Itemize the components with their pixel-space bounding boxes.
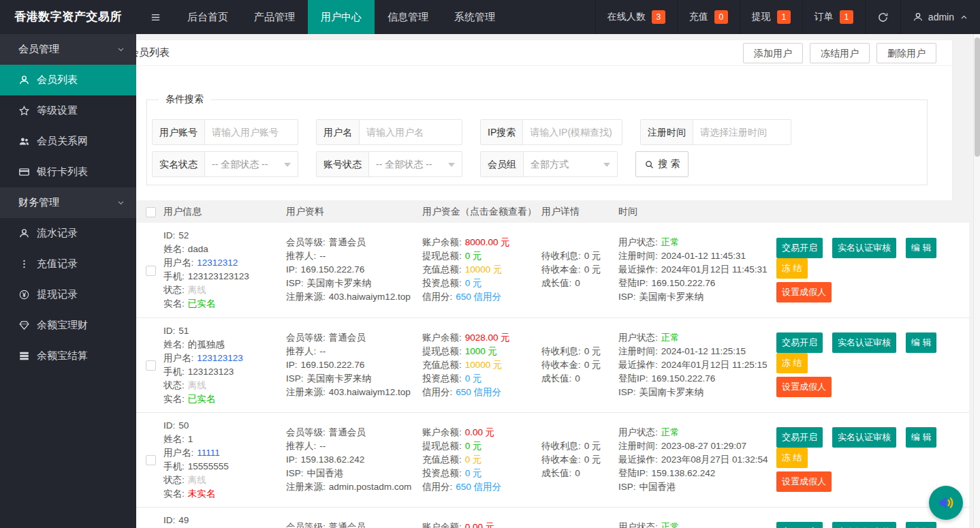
withdraw-amount[interactable]: 1000 元 <box>465 346 497 356</box>
regtime-input[interactable] <box>693 120 791 144</box>
recharge-amount[interactable]: 10000 元 <box>465 360 503 370</box>
cell-user-profile: 会员等级:普通会员 推荐人:-- IP:169.150.222.76 ISP:美… <box>286 317 422 412</box>
username-link[interactable]: 11111 <box>197 448 220 458</box>
lbl-level: 会员等级: <box>286 427 326 437</box>
trade-toggle-button[interactable]: 交易开启 <box>776 332 823 353</box>
sidebar-group-member-mgmt[interactable]: 会员管理 <box>0 34 136 65</box>
invest-amount[interactable]: 0 元 <box>465 373 482 384</box>
edit-button[interactable]: 编 辑 <box>906 427 937 448</box>
lbl-id: ID: <box>163 230 175 240</box>
balance-amount[interactable]: 0.00 元 <box>465 522 495 528</box>
realname-audit-button[interactable]: 实名认证审核 <box>832 522 896 528</box>
realname-audit-button[interactable]: 实名认证审核 <box>832 238 896 258</box>
account-status-select[interactable]: 账号状态 -- 全部状态 -- <box>316 151 462 177</box>
nav-item-info[interactable]: 信息管理 <box>375 0 441 34</box>
set-fake-user-button[interactable]: 设置成假人 <box>776 377 832 397</box>
edit-button[interactable]: 编 辑 <box>906 332 937 353</box>
stacked-bars-icon <box>18 350 30 362</box>
sidebar-item-bank-cards[interactable]: 银行卡列表 <box>0 157 136 187</box>
scrollbar-thumb[interactable] <box>975 37 980 157</box>
lbl-growth: 成长值: <box>541 373 571 384</box>
collapse-sidebar-button[interactable] <box>136 0 174 34</box>
trade-toggle-button[interactable]: 交易开启 <box>776 522 823 528</box>
order-stat[interactable]: 订单 1 <box>802 0 865 34</box>
username-link[interactable]: 123123123 <box>197 353 243 363</box>
add-user-button[interactable]: 添加用户 <box>743 43 803 63</box>
nav-item-system[interactable]: 系统管理 <box>441 0 508 34</box>
recharge-stat[interactable]: 充值 0 <box>677 0 740 34</box>
freeze-button[interactable]: 冻 结 <box>776 448 808 468</box>
balance-amount[interactable]: 0.00 元 <box>465 427 495 437</box>
val-level: 普通会员 <box>329 237 366 247</box>
lbl-login-isp: ISP: <box>618 292 636 302</box>
username-link[interactable]: 12312312 <box>197 258 238 268</box>
val-reg-time: 2024-01-12 11:45:31 <box>661 251 746 261</box>
freeze-button[interactable]: 冻 结 <box>776 353 808 373</box>
row-checkbox[interactable] <box>146 455 156 465</box>
search-button[interactable]: 搜 索 <box>635 151 689 177</box>
recharge-amount[interactable]: 0 元 <box>465 454 482 465</box>
sound-notification-fab[interactable] <box>929 486 963 520</box>
user-icon <box>913 12 923 22</box>
recharge-amount[interactable]: 10000 元 <box>465 264 503 275</box>
member-group-select[interactable]: 会员组 全部方式 <box>480 151 618 177</box>
lbl-balance: 账户余额: <box>422 237 462 247</box>
sidebar-item-yuebao-settlement[interactable]: 余额宝结算 <box>0 341 136 371</box>
sidebar-item-withdraw-records[interactable]: 提现记录 <box>0 279 136 310</box>
edit-button[interactable]: 编 辑 <box>906 522 937 528</box>
realname-status-select[interactable]: 实名状态 -- 全部状态 -- <box>152 151 298 177</box>
withdraw-amount[interactable]: 0 元 <box>465 251 482 261</box>
val-name: 的孤独感 <box>188 339 225 350</box>
online-count-stat[interactable]: 在线人数 3 <box>595 0 677 34</box>
delete-user-button[interactable]: 删除用户 <box>876 43 936 63</box>
account-input[interactable] <box>205 120 298 144</box>
ip-search-input[interactable] <box>523 120 622 144</box>
nav-item-dashboard[interactable]: 后台首页 <box>174 0 241 34</box>
set-fake-user-button[interactable]: 设置成假人 <box>776 471 832 492</box>
refresh-button[interactable] <box>865 0 900 34</box>
admin-menu[interactable]: admin <box>900 0 980 34</box>
order-stat-badge: 1 <box>840 10 853 24</box>
row-checkbox[interactable] <box>146 266 156 276</box>
nav-item-user-center[interactable]: 用户中心 <box>308 0 375 34</box>
invest-amount[interactable]: 0 元 <box>465 278 482 288</box>
val-name: 1 <box>188 434 193 444</box>
select-all-checkbox[interactable] <box>146 207 156 217</box>
withdraw-stat[interactable]: 提现 1 <box>740 0 802 34</box>
sidebar-item-member-network[interactable]: 会员关系网 <box>0 126 136 157</box>
set-fake-user-button[interactable]: 设置成假人 <box>776 282 832 302</box>
val-id: 49 <box>178 515 189 525</box>
lbl-withdraw: 提现总额: <box>422 251 462 261</box>
nav-item-products[interactable]: 产品管理 <box>241 0 308 34</box>
sidebar-item-yuebao-finance[interactable]: 余额宝理财 <box>0 310 136 341</box>
sidebar-item-recharge-records[interactable]: 充值记录 <box>0 249 136 279</box>
val-login-ip: 169.150.222.76 <box>652 278 716 288</box>
cell-user-info: ID:50 姓名:1 用户名:11111 手机:15555555 状态:离线 实… <box>163 412 286 507</box>
trade-toggle-button[interactable]: 交易开启 <box>776 427 823 448</box>
val-realname: 已实名 <box>188 298 216 309</box>
trade-toggle-button[interactable]: 交易开启 <box>776 238 823 258</box>
row-checkbox[interactable] <box>146 360 156 371</box>
sidebar-item-level-settings[interactable]: 等级设置 <box>0 95 136 126</box>
balance-amount[interactable]: 8000.00 元 <box>465 237 510 247</box>
lbl-id: ID: <box>163 420 175 431</box>
val-source: 403.haiwaiym12.top <box>329 292 411 302</box>
sidebar-item-member-list[interactable]: 会员列表 <box>0 65 136 95</box>
realname-audit-button[interactable]: 实名认证审核 <box>832 332 896 353</box>
val-ip: 169.150.222.76 <box>301 360 365 370</box>
lbl-invest: 投资总额: <box>422 468 462 478</box>
val-login-isp: 美国南卡罗来纳 <box>639 292 704 302</box>
freeze-button[interactable]: 冻 结 <box>776 258 808 279</box>
withdraw-amount[interactable]: 0 元 <box>465 441 482 451</box>
balance-amount[interactable]: 9028.00 元 <box>465 332 510 343</box>
main-nav: 后台首页 产品管理 用户中心 信息管理 系统管理 <box>174 0 508 34</box>
username-input[interactable] <box>360 120 462 144</box>
edit-button[interactable]: 编 辑 <box>906 238 937 258</box>
sidebar-group-finance-mgmt[interactable]: 财务管理 <box>0 187 136 218</box>
person-icon <box>18 228 30 239</box>
invest-amount[interactable]: 0 元 <box>465 468 482 478</box>
sidebar-item-flow-records[interactable]: 流水记录 <box>0 218 136 249</box>
realname-audit-button[interactable]: 实名认证审核 <box>832 427 896 448</box>
lbl-last-op: 最近操作: <box>618 360 658 370</box>
freeze-user-button[interactable]: 冻结用户 <box>810 43 870 63</box>
